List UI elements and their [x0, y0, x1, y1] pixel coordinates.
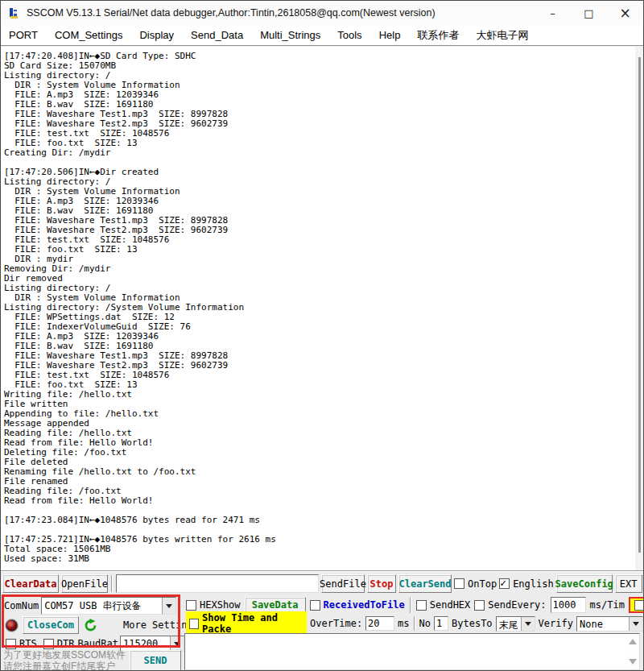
frame-options-row: Show Time and Packe OverTime: ms No Byte…: [186, 615, 643, 632]
window-controls: – □ ×: [535, 1, 643, 25]
terminal-scrollbar[interactable]: [635, 47, 643, 570]
english-checkbox-box: [499, 578, 510, 589]
com-select-row: ComNum COM57 USB 串行设备: [4, 597, 176, 615]
hexshow-checkbox-box: [186, 600, 196, 611]
overtime-label: OverTime:: [310, 618, 362, 629]
title-bar: SSCOM V5.13.1 Serial/Net data debugger,A…: [1, 1, 643, 25]
open-file-button[interactable]: OpenFile: [61, 574, 108, 593]
scroll-up-icon[interactable]: [629, 635, 637, 644]
bytes-to-value: 末尾: [497, 617, 521, 631]
save-config-button[interactable]: SaveConfig: [556, 574, 613, 593]
stop-button[interactable]: Stop: [367, 574, 396, 593]
send-button[interactable]: SEND: [130, 650, 181, 671]
dtr-checkbox[interactable]: DTR: [43, 638, 75, 649]
no-label: No: [419, 618, 431, 629]
sendhex-checkbox-box: [416, 600, 427, 611]
scroll-down-icon[interactable]: [629, 659, 637, 669]
comnum-label: ComNum: [4, 600, 39, 611]
verify-dropdown[interactable]: None: [576, 616, 643, 632]
rts-checkbox[interactable]: RTS: [6, 638, 37, 649]
sendhex-label: SendHEX: [430, 599, 471, 611]
overtime-unit-label: ms: [398, 618, 409, 629]
show-time-checkbox[interactable]: Show Time and Packe: [186, 611, 307, 636]
show-time-label: Show Time and Packe: [202, 612, 303, 635]
add-crlf-checkbox-box: [634, 600, 644, 611]
send-every-label: SendEvery:: [488, 599, 546, 611]
english-checkbox[interactable]: English: [499, 574, 554, 593]
bytes-to-dropdown[interactable]: 末尾: [496, 616, 535, 632]
menu-contact-author[interactable]: 联系作者: [417, 28, 459, 43]
ontop-checkbox-box: [454, 578, 464, 589]
overtime-input[interactable]: [365, 616, 394, 631]
clear-send-button[interactable]: ClearSend: [398, 574, 452, 593]
byte-count-input[interactable]: [434, 616, 448, 631]
received-to-file-checkbox-box: [310, 600, 320, 611]
control-panel: ClearData OpenFile SendFile Stop ClearSe…: [1, 571, 643, 671]
clear-data-button[interactable]: ClearData: [2, 574, 59, 593]
chevron-down-icon[interactable]: [629, 617, 642, 631]
menu-tools[interactable]: Tools: [337, 29, 361, 41]
app-window: SSCOM V5.13.1 Serial/Net data debugger,A…: [0, 0, 644, 671]
add-crlf-checkbox[interactable]: AddCrLf: [629, 597, 644, 613]
menu-daxia-site[interactable]: 大虾电子网: [476, 28, 528, 43]
close-icon[interactable]: ×: [607, 1, 643, 25]
rts-checkbox-box: [6, 639, 16, 649]
send-every-checkbox-box: [474, 600, 485, 611]
ontop-checkbox[interactable]: OnTop: [454, 574, 497, 593]
menu-com-settings[interactable]: COM_Settings: [55, 29, 123, 41]
com-status-led-icon: [6, 619, 18, 632]
verify-value: None: [577, 617, 629, 631]
menu-bar: PORT COM_Settings Display Send_Data Mult…: [1, 25, 643, 46]
hexshow-checkbox[interactable]: HEXShow: [186, 599, 241, 611]
hexshow-label: HEXShow: [200, 599, 241, 611]
interval-unit-label: ms/Tim: [590, 599, 625, 611]
menu-multi-strings[interactable]: Multi_Strings: [260, 29, 320, 41]
english-label: English: [513, 578, 554, 590]
send-file-path-input[interactable]: [116, 574, 319, 593]
sendhex-checkbox[interactable]: SendHEX: [416, 599, 471, 611]
minimize-icon[interactable]: –: [535, 1, 571, 25]
send-text-area-wrap: [184, 633, 640, 670]
show-time-checkbox-box: [189, 619, 199, 629]
app-icon: [7, 6, 21, 20]
verify-label: Verify: [539, 618, 573, 629]
chevron-down-icon[interactable]: [162, 598, 175, 614]
send-file-button[interactable]: SendFile: [321, 574, 365, 593]
rts-label: RTS: [19, 638, 37, 649]
send-every-checkbox[interactable]: SendEvery:: [474, 599, 546, 611]
group-separator: [414, 616, 415, 631]
refresh-ports-icon[interactable]: [84, 619, 97, 632]
com-port-value: COM57 USB 串行设备: [42, 598, 162, 614]
toolbar-row: ClearData OpenFile SendFile Stop ClearSe…: [2, 574, 644, 593]
send-text-input[interactable]: [185, 634, 626, 669]
toolbar-separator: [111, 575, 113, 592]
terminal-output: [17:47:20.408]IN←◆SD Card Type: SDHC SD …: [1, 47, 643, 564]
baudrate-label: BaudRat: [77, 638, 118, 649]
window-title: SSCOM V5.13.1 Serial/Net data debugger,A…: [27, 7, 436, 19]
menu-display[interactable]: Display: [139, 29, 174, 41]
bytes-to-label: BytesTo: [452, 618, 493, 629]
ontop-label: OnTop: [468, 578, 497, 590]
com-control-row: CloseCom More Settings: [6, 616, 199, 634]
terminal-area: [17:47:20.408]IN←◆SD Card Type: SDHC SD …: [1, 47, 643, 571]
close-com-button[interactable]: CloseCom: [23, 616, 79, 634]
menu-port[interactable]: PORT: [9, 29, 38, 41]
ext-button[interactable]: EXT: [615, 574, 642, 593]
dtr-label: DTR: [57, 638, 75, 649]
dtr-checkbox-box: [43, 639, 54, 649]
menu-help[interactable]: Help: [379, 29, 401, 41]
com-port-dropdown[interactable]: COM57 USB 串行设备: [41, 597, 176, 615]
terminal-scrollbar-thumb[interactable]: [638, 57, 641, 553]
group-separator: [410, 597, 411, 613]
menu-send-data[interactable]: Send_Data: [191, 29, 243, 41]
received-to-file-checkbox[interactable]: ReceivedToFile: [310, 599, 405, 611]
received-to-file-label: ReceivedToFile: [324, 599, 405, 611]
send-interval-input[interactable]: [551, 597, 586, 613]
maximize-icon[interactable]: □: [571, 1, 607, 25]
send-area-scrollbar[interactable]: [626, 635, 638, 669]
chevron-down-icon[interactable]: [521, 617, 535, 631]
